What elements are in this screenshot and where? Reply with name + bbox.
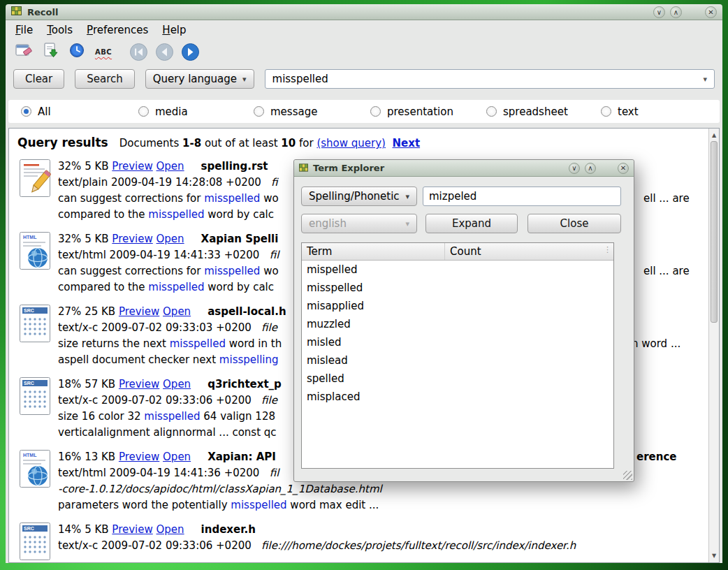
shade-button[interactable]: ∨ xyxy=(653,6,665,18)
stemming-language-combo[interactable]: english ▾ xyxy=(301,214,417,233)
open-link[interactable]: Open xyxy=(163,378,191,390)
dialog-shade-button[interactable]: ∨ xyxy=(569,163,580,174)
result-size: 13 KB xyxy=(85,451,115,463)
snippet-tail: ell ... are xyxy=(643,191,690,207)
filter-label: presentation xyxy=(387,105,453,118)
save-search-button[interactable] xyxy=(41,42,60,61)
page-nav-group xyxy=(129,42,200,61)
result-size: 5 KB xyxy=(85,160,108,173)
snippet-text: parameters word the potentially xyxy=(58,499,231,511)
term-input[interactable]: mizpeled xyxy=(423,187,621,206)
prev-page-button[interactable] xyxy=(154,42,174,61)
preview-link[interactable]: Preview xyxy=(119,378,159,390)
filter-radio-spreadsheet[interactable]: spreadsheet xyxy=(486,100,568,123)
term-explorer-button[interactable]: ABC xyxy=(94,42,113,61)
menu-file[interactable]: File xyxy=(15,24,33,36)
query-language-combo[interactable]: Query language ▾ xyxy=(145,69,254,89)
results-header: Query results Documents 1-8 out of at le… xyxy=(17,136,708,149)
count-column-header[interactable]: Count xyxy=(445,245,613,258)
term-explorer-dialog: Term Explorer ∨ ∧ ✕ Spelling/Phonetic ▾ … xyxy=(293,159,634,482)
term-cell: misplaced xyxy=(302,388,445,406)
open-link[interactable]: Open xyxy=(156,233,184,245)
open-link[interactable]: Open xyxy=(156,523,184,536)
edit-doc-icon xyxy=(17,159,58,223)
open-link[interactable]: Open xyxy=(163,305,191,318)
count-cell xyxy=(445,261,613,279)
term-row[interactable]: spelled xyxy=(302,370,613,388)
preview-link[interactable]: Preview xyxy=(112,233,152,245)
result-title: Xapian: API xyxy=(208,451,279,463)
unshade-button[interactable]: ∧ xyxy=(670,6,682,18)
filter-radio-media[interactable]: media xyxy=(138,100,188,123)
resize-grip[interactable] xyxy=(623,471,632,480)
term-row[interactable]: misspelled xyxy=(302,279,613,297)
result-snippet-line: parameters word the potentially misspell… xyxy=(58,497,708,513)
scrollbar-thumb[interactable] xyxy=(711,141,718,323)
result-size: 5 KB xyxy=(85,523,108,536)
clear-search-icon xyxy=(15,42,33,61)
filter-label: text xyxy=(618,105,639,118)
snippet-text: can suggest corrections for xyxy=(58,265,204,277)
search-input[interactable]: misspelled ▾ xyxy=(265,69,715,89)
snippet-text: text/x-c 2009-07-02 09:33:06 +0200 xyxy=(58,539,261,552)
term-row[interactable]: muzzled xyxy=(302,315,613,333)
snippet-text: word max edit ... xyxy=(287,499,379,511)
snippet-text: can suggest corrections for xyxy=(58,192,204,205)
term-row[interactable]: mispelled xyxy=(302,261,613,279)
history-button[interactable] xyxy=(67,42,87,61)
menu-help[interactable]: Help xyxy=(162,24,186,36)
term-row[interactable]: misplaced xyxy=(302,388,613,406)
chevron-down-icon: ▾ xyxy=(242,75,247,84)
first-page-button[interactable] xyxy=(129,42,148,61)
recoll-app-icon xyxy=(299,162,308,175)
svg-text:HTML: HTML xyxy=(23,235,37,240)
open-link[interactable]: Open xyxy=(163,451,191,463)
term-cell: misspelled xyxy=(302,279,445,297)
snippet-text: compared to the xyxy=(58,208,148,221)
next-page-button[interactable] xyxy=(180,42,200,61)
snippet-text: verticalalignment alignnormal ... const … xyxy=(58,426,277,439)
term-table-body: mispelledmisspelledmisappliedmuzzledmisl… xyxy=(302,261,613,406)
open-link[interactable]: Open xyxy=(156,160,184,173)
summary-middle: out of at least xyxy=(205,137,278,149)
term-explorer-titlebar[interactable]: Term Explorer ∨ ∧ ✕ xyxy=(294,160,634,177)
scroll-up-button[interactable]: ▲ xyxy=(709,130,719,140)
preview-link[interactable]: Preview xyxy=(112,523,152,536)
term-row[interactable]: mislead xyxy=(302,351,613,370)
dialog-unshade-button[interactable]: ∧ xyxy=(585,163,596,174)
highlighted-term: misspelling xyxy=(219,353,279,366)
clear-button[interactable]: Clear xyxy=(13,69,64,89)
menu-tools[interactable]: Tools xyxy=(47,24,73,36)
filter-radio-text[interactable]: text xyxy=(601,100,639,123)
term-column-header[interactable]: Term xyxy=(302,243,445,260)
term-row[interactable]: misled xyxy=(302,333,613,351)
scroll-down-button[interactable]: ▼ xyxy=(709,550,719,561)
results-scrollbar[interactable]: ▲ ▼ xyxy=(708,129,719,562)
dialog-close-window-button[interactable]: ✕ xyxy=(618,163,629,174)
term-cell: mislead xyxy=(302,351,445,370)
close-button[interactable]: ✕ xyxy=(705,6,717,18)
result-relevance: 14% xyxy=(58,523,81,536)
window-titlebar[interactable]: Recoll ∨ ∧ ✕ xyxy=(6,4,722,20)
clear-search-button[interactable] xyxy=(14,42,34,61)
show-query-link[interactable]: (show query) xyxy=(316,137,386,149)
count-cell xyxy=(445,279,613,297)
filter-radio-presentation[interactable]: presentation xyxy=(370,100,453,123)
radio-icon xyxy=(601,106,611,117)
preview-link[interactable]: Preview xyxy=(112,160,152,173)
filter-radio-all[interactable]: All xyxy=(21,100,51,123)
summary-for: for xyxy=(299,137,314,149)
next-page-link[interactable]: Next xyxy=(393,137,421,149)
result-size: 5 KB xyxy=(85,233,108,245)
search-button[interactable]: Search xyxy=(75,69,135,89)
menu-preferences[interactable]: Preferences xyxy=(87,24,148,36)
term-row[interactable]: misapplied xyxy=(302,297,613,315)
radio-icon xyxy=(138,106,149,117)
preview-link[interactable]: Preview xyxy=(119,305,159,318)
term-match-type-combo[interactable]: Spelling/Phonetic ▾ xyxy=(301,187,417,206)
dialog-close-button[interactable]: Close xyxy=(527,214,621,233)
preview-link[interactable]: Preview xyxy=(119,451,159,463)
filter-radio-message[interactable]: message xyxy=(254,100,317,123)
result-relevance: 32% xyxy=(58,233,81,245)
expand-button[interactable]: Expand xyxy=(425,214,518,233)
